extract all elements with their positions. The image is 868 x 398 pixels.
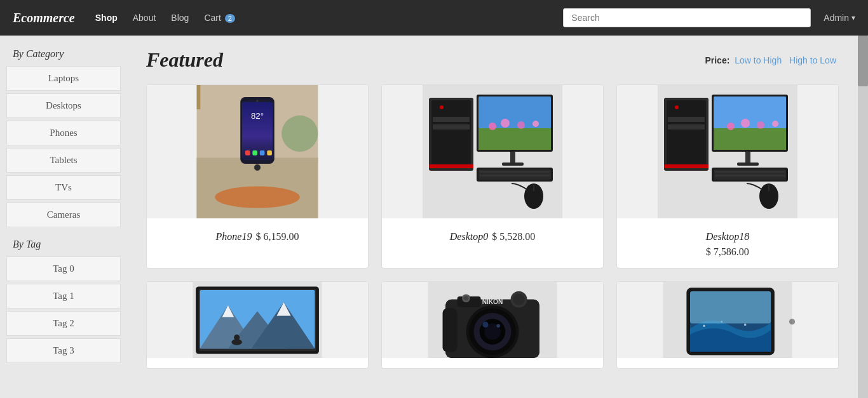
nav-links: Shop About Blog Cart 2 bbox=[88, 0, 243, 36]
svg-rect-13 bbox=[267, 150, 272, 156]
product-price-desktop18: $ 7,586.00 bbox=[706, 246, 749, 258]
svg-point-44 bbox=[675, 105, 679, 109]
product-card-tablet[interactable] bbox=[616, 281, 839, 369]
product-card-phone19[interactable]: 82° Phone19 $ 6,159.00 bbox=[146, 84, 369, 269]
svg-point-53 bbox=[772, 121, 778, 127]
product-image-desktop0 bbox=[382, 85, 603, 218]
search-input[interactable] bbox=[563, 8, 811, 27]
svg-rect-43 bbox=[668, 124, 705, 129]
price-sort-label: Price: bbox=[705, 55, 729, 65]
product-image-tv bbox=[147, 282, 368, 358]
product-info-desktop0: Desktop0 $ 5,528.00 bbox=[444, 222, 541, 242]
svg-rect-97 bbox=[690, 291, 771, 324]
by-tag-title: By Tag bbox=[6, 239, 121, 250]
product-card-desktop18[interactable]: Desktop18 $ 7,586.00 bbox=[616, 84, 839, 269]
brand: Ecommerce bbox=[13, 11, 75, 25]
scrollbar[interactable] bbox=[858, 36, 868, 398]
nav-cart[interactable]: Cart 2 bbox=[196, 0, 242, 36]
phone-svg: 82° bbox=[147, 85, 368, 218]
product-image-phone19: 82° bbox=[147, 85, 368, 218]
svg-point-98 bbox=[789, 319, 795, 324]
svg-rect-20 bbox=[433, 124, 470, 129]
svg-point-21 bbox=[440, 105, 444, 109]
sidebar-item-tag1[interactable]: Tag 1 bbox=[6, 284, 121, 308]
svg-point-30 bbox=[532, 121, 539, 127]
sidebar-item-desktops[interactable]: Desktops bbox=[6, 93, 121, 118]
nav-about[interactable]: About bbox=[125, 0, 164, 36]
svg-rect-3 bbox=[233, 188, 281, 206]
svg-point-4 bbox=[281, 116, 318, 152]
svg-text:NIKON: NIKON bbox=[482, 298, 503, 305]
svg-point-79 bbox=[513, 293, 524, 305]
search-area bbox=[563, 8, 811, 27]
product-card-desktop0[interactable]: Desktop0 $ 5,528.00 bbox=[381, 84, 604, 269]
price-low-high-link[interactable]: Low to High bbox=[735, 55, 782, 65]
product-info-phone19: Phone19 $ 6,159.00 bbox=[210, 222, 306, 242]
svg-point-94 bbox=[703, 324, 705, 327]
navbar: Ecommerce Shop About Blog Cart 2 Admin bbox=[0, 0, 868, 36]
tablet-svg bbox=[617, 282, 838, 358]
svg-rect-22 bbox=[429, 164, 473, 168]
sidebar-item-tvs[interactable]: TVs bbox=[6, 175, 121, 200]
svg-point-15 bbox=[256, 100, 259, 102]
desktop18-svg bbox=[617, 85, 838, 218]
featured-header: Featured Price: Low to High High to Low bbox=[146, 48, 839, 72]
svg-rect-49 bbox=[714, 128, 786, 150]
svg-rect-32 bbox=[502, 163, 524, 166]
main-layout: By Category Laptops Desktops Phones Tabl… bbox=[0, 36, 868, 398]
cart-badge: 2 bbox=[225, 14, 235, 23]
desktop0-svg bbox=[382, 85, 603, 218]
svg-point-51 bbox=[741, 119, 750, 128]
main-content: Featured Price: Low to High High to Low bbox=[127, 36, 858, 398]
svg-rect-45 bbox=[664, 164, 709, 168]
camera-svg: NIKON bbox=[382, 282, 603, 358]
tv-svg bbox=[147, 282, 368, 358]
svg-rect-5 bbox=[197, 85, 201, 109]
featured-title: Featured bbox=[146, 48, 223, 72]
product-card-tv[interactable] bbox=[146, 281, 369, 369]
product-image-camera: NIKON bbox=[382, 282, 603, 358]
svg-point-14 bbox=[254, 164, 261, 171]
svg-point-96 bbox=[744, 324, 747, 326]
by-category-title: By Category bbox=[6, 48, 121, 60]
product-info-desktop18: Desktop18 $ 7,586.00 bbox=[700, 222, 756, 258]
svg-point-27 bbox=[489, 123, 496, 130]
scrollbar-thumb[interactable] bbox=[858, 36, 868, 86]
product-price-desktop0: $ 5,528.00 bbox=[492, 231, 535, 242]
svg-rect-35 bbox=[480, 171, 550, 173]
product-image-desktop18 bbox=[617, 85, 838, 218]
price-sort: Price: Low to High High to Low bbox=[705, 55, 839, 65]
sidebar-item-phones[interactable]: Phones bbox=[6, 121, 121, 145]
sidebar-item-tablets[interactable]: Tablets bbox=[6, 148, 121, 173]
sidebar-item-cameras[interactable]: Cameras bbox=[6, 202, 121, 227]
svg-text:82°: 82° bbox=[251, 111, 264, 121]
svg-rect-42 bbox=[668, 117, 705, 122]
svg-rect-55 bbox=[737, 163, 759, 166]
svg-point-86 bbox=[496, 324, 500, 328]
svg-point-29 bbox=[517, 121, 525, 129]
product-card-camera[interactable]: NIKON bbox=[381, 281, 604, 369]
svg-point-85 bbox=[482, 322, 488, 328]
svg-rect-58 bbox=[715, 171, 785, 173]
price-high-low-link[interactable]: High to Low bbox=[789, 55, 836, 65]
nav-shop[interactable]: Shop bbox=[88, 0, 125, 36]
svg-rect-19 bbox=[433, 117, 470, 122]
svg-point-72 bbox=[231, 339, 242, 345]
sidebar-item-laptops[interactable]: Laptops bbox=[6, 66, 121, 91]
sidebar-item-tag2[interactable]: Tag 2 bbox=[6, 311, 121, 336]
sidebar-item-tag3[interactable]: Tag 3 bbox=[6, 338, 121, 363]
svg-rect-59 bbox=[715, 175, 785, 176]
svg-point-28 bbox=[501, 119, 510, 128]
product-price-phone19: $ 6,159.00 bbox=[255, 231, 299, 242]
sidebar-item-tag0[interactable]: Tag 0 bbox=[6, 256, 121, 281]
product-name-desktop18: Desktop18 bbox=[706, 231, 749, 242]
svg-point-52 bbox=[757, 121, 764, 129]
svg-rect-25 bbox=[478, 96, 551, 128]
nav-blog[interactable]: Blog bbox=[163, 0, 196, 36]
admin-menu[interactable]: Admin bbox=[824, 13, 855, 23]
product-image-tablet bbox=[617, 282, 838, 358]
product-name-phone19: Phone19 bbox=[216, 231, 252, 242]
svg-point-50 bbox=[727, 123, 735, 130]
product-grid: 82° Phone19 $ 6,159.00 bbox=[146, 84, 839, 369]
svg-rect-41 bbox=[667, 100, 706, 168]
